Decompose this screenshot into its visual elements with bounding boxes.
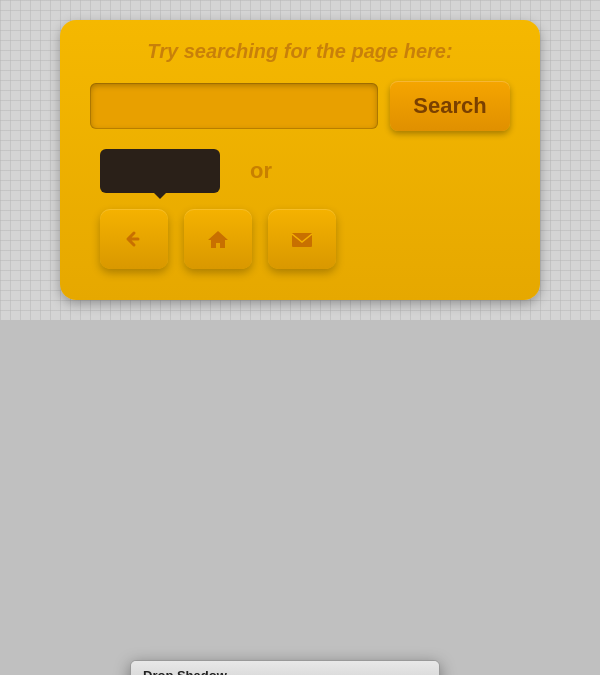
or-row: or [90,149,510,193]
back-button[interactable] [100,209,168,269]
home-button[interactable] [184,209,252,269]
bottom-section: Drop Shadow Mode: Soft Light Normal Diss… [0,320,600,675]
svg-rect-0 [292,233,312,247]
search-row: Search [90,81,510,131]
search-input[interactable] [90,83,378,129]
top-section: Try searching for the page here: Search … [0,0,600,320]
tooltip-box [100,149,220,193]
search-button[interactable]: Search [390,81,510,131]
back-icon [120,226,148,252]
icon-buttons-row [90,209,510,269]
yellow-card: Try searching for the page here: Search … [60,20,540,300]
dialog-title: Drop Shadow [131,661,439,675]
drop-shadow-dialog: Drop Shadow Mode: Soft Light Normal Diss… [130,660,440,675]
try-searching-text: Try searching for the page here: [90,40,510,63]
or-text: or [250,158,272,184]
mail-button[interactable] [268,209,336,269]
home-icon [204,226,232,252]
mail-icon [288,226,316,252]
